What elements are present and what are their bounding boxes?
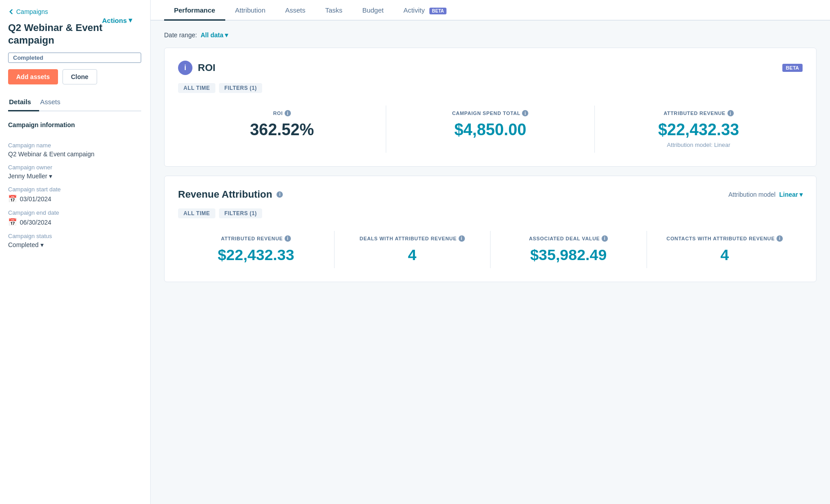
tab-tasks[interactable]: Tasks: [315, 0, 352, 21]
action-buttons: Add assets Clone: [8, 69, 141, 84]
roi-info-circle: i: [178, 61, 192, 75]
ra-tag-alltime: ALL TIME: [178, 208, 215, 218]
date-range-button[interactable]: All data ▾: [201, 31, 228, 39]
main-content: Performance Attribution Assets Tasks Bud…: [151, 0, 830, 504]
status-badge: Completed: [8, 53, 141, 63]
sidebar-tabs: Details Assets: [8, 94, 141, 111]
ra-deals-info-icon[interactable]: i: [459, 235, 465, 242]
tab-assets-main[interactable]: Assets: [275, 0, 315, 21]
ra-attributed-revenue-info-icon[interactable]: i: [285, 235, 291, 242]
start-date-calendar-icon: 📅: [8, 195, 17, 203]
campaign-status-label: Campaign status: [8, 233, 141, 239]
metric-roi-value: 362.52%: [250, 121, 314, 139]
campaign-information-heading: Campaign information: [8, 121, 141, 128]
metric-roi-label: ROI i: [273, 110, 291, 116]
metric-roi: ROI i 362.52%: [178, 106, 386, 153]
campaign-name-label: Campaign name: [8, 142, 141, 149]
ra-attributed-revenue-value: $22,432.33: [218, 246, 294, 264]
spend-info-icon[interactable]: i: [522, 110, 528, 116]
ra-tag-filters: FILTERS (1): [219, 208, 262, 218]
owner-chevron-icon: ▾: [49, 172, 52, 180]
clone-button[interactable]: Clone: [62, 69, 97, 84]
end-date-label: Campaign end date: [8, 209, 141, 216]
field-campaign-end-date: Campaign end date 📅 06/30/2024: [8, 203, 141, 226]
ra-deals-value: 4: [408, 246, 416, 264]
roi-metrics: ROI i 362.52% CAMPAIGN SPEND TOTAL i $4,…: [178, 106, 803, 153]
date-range-row: Date range: All data ▾: [164, 31, 817, 39]
campaign-owner-value[interactable]: Jenny Mueller ▾: [8, 172, 141, 180]
roi-tag-alltime: ALL TIME: [178, 83, 215, 93]
add-assets-button[interactable]: Add assets: [8, 69, 58, 84]
activity-beta-badge: BETA: [429, 8, 446, 14]
ra-deal-value-value: $35,982.49: [530, 246, 607, 264]
metric-spend-label: CAMPAIGN SPEND TOTAL i: [452, 110, 529, 116]
roi-tags: ALL TIME FILTERS (1): [178, 83, 803, 93]
ra-metric-deals: DEALS WITH ATTRIBUTED REVENUE i 4: [335, 231, 491, 268]
ra-metric-associated-deal-value: ASSOCIATED DEAL VALUE i $35,982.49: [491, 231, 647, 268]
ra-title: Revenue Attribution: [178, 189, 272, 200]
end-date-calendar-icon: 📅: [8, 218, 17, 226]
start-date-value: 📅 03/01/2024: [8, 195, 141, 203]
metric-attributed-revenue-value: $22,432.33: [658, 121, 739, 139]
attribution-model-row: Attribution model Linear ▾: [728, 191, 803, 198]
top-navigation: Performance Attribution Assets Tasks Bud…: [151, 0, 830, 21]
tab-assets[interactable]: Assets: [39, 94, 68, 111]
campaign-name-value: Q2 Webinar & Event campaign: [8, 150, 141, 158]
start-date-label: Campaign start date: [8, 186, 141, 193]
attributed-revenue-info-icon[interactable]: i: [727, 110, 734, 116]
ra-contacts-label: CONTACTS WITH ATTRIBUTED REVENUE i: [666, 235, 783, 242]
field-campaign-owner: Campaign owner Jenny Mueller ▾: [8, 158, 141, 180]
ra-deal-value-info-icon[interactable]: i: [602, 235, 608, 242]
ra-tags: ALL TIME FILTERS (1): [178, 208, 803, 218]
content-area: Date range: All data ▾ i ROI BETA: [151, 21, 830, 293]
back-label: Campaigns: [16, 8, 48, 15]
attribution-model-dropdown[interactable]: Linear ▾: [779, 191, 803, 198]
ra-title-row: Revenue Attribution i: [178, 189, 283, 200]
roi-info-icon[interactable]: i: [285, 110, 291, 116]
field-campaign-name: Campaign name Q2 Webinar & Event campaig…: [8, 136, 141, 158]
actions-chevron-icon: ▾: [129, 16, 132, 24]
metric-attributed-revenue: ATTRIBUTED REVENUE i $22,432.33 Attribut…: [595, 106, 803, 153]
roi-card-header: i ROI BETA: [178, 61, 803, 75]
ra-contacts-info-icon[interactable]: i: [776, 235, 783, 242]
actions-label: Actions: [102, 17, 127, 24]
actions-button[interactable]: Actions ▾: [102, 16, 132, 24]
ra-info-icon[interactable]: i: [277, 191, 283, 198]
sidebar-header: Campaigns Actions ▾: [8, 8, 141, 20]
metric-attribution-model: Attribution model: Linear: [667, 141, 730, 148]
ra-deal-value-label: ASSOCIATED DEAL VALUE i: [529, 235, 608, 242]
campaign-owner-label: Campaign owner: [8, 164, 141, 171]
attribution-model-label: Attribution model: [728, 191, 776, 198]
tab-budget[interactable]: Budget: [353, 0, 394, 21]
attribution-model-chevron-icon: ▾: [799, 191, 803, 198]
tab-activity[interactable]: Activity BETA: [393, 0, 456, 21]
tab-performance[interactable]: Performance: [164, 0, 225, 21]
metric-spend-value: $4,850.00: [454, 121, 526, 139]
end-date-value: 📅 06/30/2024: [8, 218, 141, 226]
campaign-status-value[interactable]: Completed ▾: [8, 241, 141, 248]
status-chevron-icon: ▾: [40, 241, 44, 248]
ra-metrics: ATTRIBUTED REVENUE i $22,432.33 DEALS WI…: [178, 231, 803, 268]
campaign-title: Q2 Webinar & Event campaign: [8, 22, 141, 46]
revenue-attribution-card: Revenue Attribution i Attribution model …: [164, 176, 817, 282]
sidebar: Campaigns Actions ▾ Q2 Webinar & Event c…: [0, 0, 151, 504]
date-range-chevron-icon: ▾: [225, 31, 228, 39]
date-range-label: Date range:: [164, 31, 197, 39]
ra-contacts-value: 4: [720, 246, 729, 264]
roi-tag-filters: FILTERS (1): [219, 83, 262, 93]
ra-metric-contacts: CONTACTS WITH ATTRIBUTED REVENUE i 4: [647, 231, 803, 268]
back-to-campaigns[interactable]: Campaigns: [8, 8, 48, 15]
ra-attributed-revenue-label: ATTRIBUTED REVENUE i: [221, 235, 291, 242]
ra-card-header: Revenue Attribution i Attribution model …: [178, 189, 803, 200]
metric-attributed-revenue-label: ATTRIBUTED REVENUE i: [664, 110, 734, 116]
field-campaign-start-date: Campaign start date 📅 03/01/2024: [8, 180, 141, 203]
field-campaign-status: Campaign status Completed ▾: [8, 226, 141, 248]
roi-card: i ROI BETA ALL TIME FILTERS (1) ROI: [164, 48, 817, 167]
roi-card-title: ROI: [198, 62, 215, 74]
metric-spend-total: CAMPAIGN SPEND TOTAL i $4,850.00: [386, 106, 594, 153]
tab-details[interactable]: Details: [8, 94, 39, 111]
ra-deals-label: DEALS WITH ATTRIBUTED REVENUE i: [360, 235, 465, 242]
roi-beta-badge: BETA: [782, 64, 803, 72]
tab-attribution[interactable]: Attribution: [225, 0, 276, 21]
ra-metric-attributed-revenue: ATTRIBUTED REVENUE i $22,432.33: [178, 231, 335, 268]
